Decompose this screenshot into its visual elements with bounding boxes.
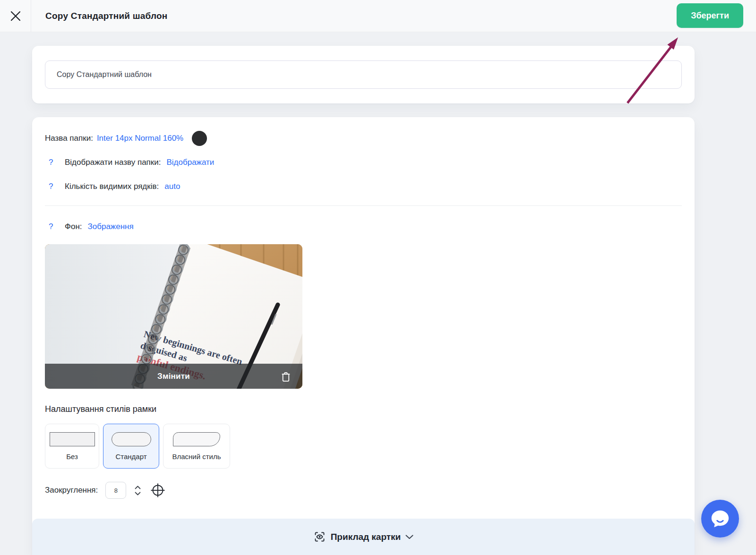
frame-shape-pill bbox=[112, 432, 151, 446]
chevron-down-icon bbox=[405, 535, 413, 539]
rounding-stepper bbox=[135, 486, 141, 495]
frame-style-option-standard[interactable]: Стандарт bbox=[103, 424, 159, 469]
corner-target-button[interactable] bbox=[150, 483, 165, 498]
card-example-toggle[interactable]: Приклад картки bbox=[32, 519, 695, 555]
template-name-input[interactable] bbox=[45, 60, 682, 89]
card-example-label: Приклад картки bbox=[331, 532, 401, 542]
chevron-up-icon bbox=[135, 486, 141, 489]
frame-shape-rect bbox=[50, 432, 95, 446]
save-button[interactable]: Зберегти bbox=[677, 3, 743, 28]
delete-image-button[interactable] bbox=[280, 370, 292, 383]
frame-style-option-none[interactable]: Без bbox=[45, 424, 99, 469]
show-folder-name-value[interactable]: Відображати bbox=[166, 158, 214, 167]
change-image-button[interactable]: Змінити bbox=[157, 372, 190, 381]
help-icon[interactable]: ? bbox=[49, 222, 54, 231]
folder-name-label: Назва папки: bbox=[45, 134, 93, 143]
chat-icon bbox=[709, 508, 731, 529]
chevron-down-icon bbox=[135, 492, 141, 495]
help-icon[interactable]: ? bbox=[49, 158, 54, 167]
visible-rows-label: Кількість видимих рядків: bbox=[65, 182, 159, 191]
background-label: Фон: bbox=[65, 222, 82, 231]
close-button[interactable] bbox=[0, 0, 31, 32]
settings-card: Назва папки: Inter 14px Normal 160% ? Ві… bbox=[32, 117, 695, 555]
rounding-row: Заокруглення: bbox=[45, 482, 165, 499]
frame-option-label: Без bbox=[66, 453, 78, 461]
chat-button[interactable] bbox=[701, 500, 739, 538]
color-swatch[interactable] bbox=[192, 131, 207, 146]
stepper-down-button[interactable] bbox=[135, 492, 141, 495]
show-folder-name-label: Відображати назву папки: bbox=[65, 158, 161, 167]
folder-typography-row: Назва папки: Inter 14px Normal 160% bbox=[45, 131, 207, 146]
frame-shape-custom bbox=[173, 432, 220, 446]
visible-rows-row: ? Кількість видимих рядків: auto bbox=[45, 179, 180, 194]
frame-styles-title: Налаштування стилів рамки bbox=[45, 404, 156, 414]
frame-option-label: Стандарт bbox=[115, 453, 146, 461]
image-overlay: Змінити bbox=[45, 364, 302, 389]
header-bar: Copy Стандартний шаблон Зберегти bbox=[0, 0, 756, 32]
rounding-label: Заокруглення: bbox=[45, 486, 98, 495]
typography-link[interactable]: Inter 14px Normal 160% bbox=[97, 134, 183, 143]
show-folder-name-row: ? Відображати назву папки: Відображати bbox=[45, 155, 214, 170]
trash-icon bbox=[280, 370, 292, 383]
visible-rows-value[interactable]: auto bbox=[164, 182, 180, 191]
page-title: Copy Стандартний шаблон bbox=[45, 11, 167, 21]
help-icon[interactable]: ? bbox=[49, 182, 54, 191]
eye-scan-icon bbox=[313, 530, 326, 543]
background-row: ? Фон: Зображення bbox=[45, 219, 134, 234]
template-editor-page: Copy Стандартний шаблон Зберегти Назва п… bbox=[0, 0, 756, 555]
divider bbox=[45, 205, 682, 206]
frame-option-label: Власний стиль bbox=[172, 453, 221, 461]
template-name-card bbox=[32, 46, 695, 103]
background-value[interactable]: Зображення bbox=[88, 222, 134, 231]
close-icon bbox=[9, 10, 22, 22]
image-preview: New beginnings are often disguised as pa… bbox=[45, 244, 302, 389]
rounding-input[interactable] bbox=[105, 482, 126, 499]
frame-style-option-custom[interactable]: Власний стиль bbox=[163, 424, 230, 469]
frame-style-options: Без Стандарт Власний стиль bbox=[45, 424, 230, 469]
stepper-up-button[interactable] bbox=[135, 486, 141, 489]
crosshair-icon bbox=[150, 483, 165, 498]
